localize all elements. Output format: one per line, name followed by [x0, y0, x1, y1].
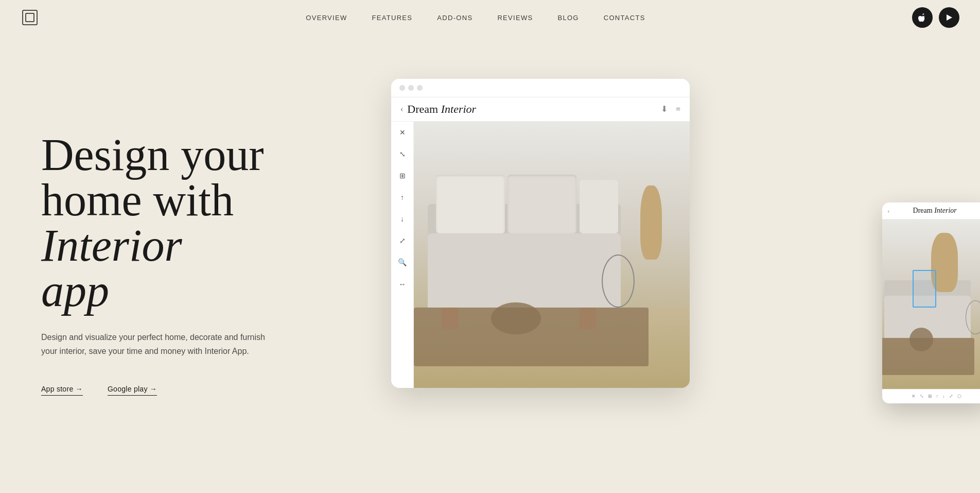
mini-tool-6[interactable]: ⤢	[949, 394, 953, 399]
nav-item-overview[interactable]: OVERVIEW	[306, 14, 347, 22]
small-toolbar: ✕ ⤡ ⊞ ↑ ↓ ⤢ ⬡	[882, 389, 980, 403]
small-app-header: ‹ Dream Interior ⬇	[882, 202, 980, 219]
sofa-cushion-3	[580, 180, 618, 233]
nav-item-blog[interactable]: BLOG	[557, 14, 579, 22]
small-back-icon[interactable]: ‹	[887, 207, 889, 215]
nav-links: OVERVIEW FEATURES ADD-ONS REVIEWS BLOG C…	[306, 13, 645, 22]
dot-3	[417, 85, 423, 91]
plant-vase	[640, 185, 662, 260]
app-mockup-container: ‹ Dream Interior ⬇ ≡ ✕ ⤡ ⊞ ↑	[391, 58, 980, 470]
app-body: ✕ ⤡ ⊞ ↑ ↓ ⤢ 🔍 ↔	[391, 122, 690, 388]
selection-box	[913, 270, 936, 307]
hero-content: Design your home with Interiorapp Design…	[0, 91, 391, 437]
sofa-leg-1	[442, 308, 458, 329]
nav-item-addons[interactable]: ADD-ONS	[437, 14, 472, 22]
mini-tool-7[interactable]: ⬡	[957, 394, 961, 399]
tool-expand[interactable]: ⤡	[396, 148, 409, 161]
navigation: OVERVIEW FEATURES ADD-ONS REVIEWS BLOG C…	[0, 0, 980, 35]
app-window-small: ‹ Dream Interior ⬇ ✕ ⤡ ⊞	[882, 202, 980, 403]
tool-down[interactable]: ↓	[396, 213, 409, 226]
menu-icon[interactable]: ≡	[676, 105, 680, 114]
small-ottoman	[909, 328, 933, 351]
download-icon[interactable]: ⬇	[661, 104, 668, 114]
svg-rect-0	[23, 10, 37, 25]
app-header-right: ⬇ ≡	[661, 104, 680, 114]
sofa-body	[428, 233, 621, 308]
play-icon	[946, 14, 953, 21]
nav-item-features[interactable]: FEATURES	[372, 14, 413, 22]
mini-tool-1[interactable]: ✕	[912, 394, 916, 399]
svg-rect-1	[26, 13, 34, 22]
hero-headline: Design your home with Interiorapp	[41, 132, 360, 314]
sofa-cushion-1	[436, 175, 505, 233]
mini-tool-5[interactable]: ↓	[942, 394, 945, 399]
hero-section: Design your home with Interiorapp Design…	[0, 0, 980, 493]
small-app-title: Dream Interior	[913, 207, 957, 215]
titlebar-dots	[399, 85, 423, 91]
nav-item-contacts[interactable]: CONTACTS	[604, 14, 645, 22]
mini-tool-2[interactable]: ⤡	[920, 394, 924, 399]
dot-1	[399, 85, 405, 91]
sofa-scene	[414, 122, 690, 388]
tool-grid[interactable]: ⊞	[396, 170, 409, 182]
app-titlebar	[391, 79, 690, 97]
app-header: ‹ Dream Interior ⬇ ≡	[391, 97, 690, 122]
app-title: Dream Interior	[407, 103, 476, 116]
tool-close[interactable]: ✕	[396, 127, 409, 139]
logo[interactable]	[21, 8, 39, 27]
apple-store-button[interactable]	[912, 7, 933, 28]
sofa-cushion-2	[507, 175, 576, 233]
appstore-link[interactable]: App store →	[41, 385, 83, 396]
tool-up[interactable]: ↑	[396, 192, 409, 204]
tool-link[interactable]: ⤢	[396, 235, 409, 247]
mini-tool-4[interactable]: ↑	[936, 394, 939, 399]
hero-cta-buttons: App store → Google play →	[41, 385, 360, 396]
google-play-button[interactable]	[939, 7, 959, 28]
back-arrow-icon[interactable]: ‹	[400, 105, 403, 114]
tool-zoom[interactable]: 🔍	[396, 257, 409, 269]
svg-marker-2	[947, 14, 952, 21]
side-table	[602, 254, 635, 308]
app-window-main: ‹ Dream Interior ⬇ ≡ ✕ ⤡ ⊞ ↑	[391, 79, 690, 388]
tool-resize[interactable]: ↔	[396, 278, 409, 291]
ottoman	[491, 302, 540, 334]
nav-item-reviews[interactable]: REVIEWS	[497, 14, 533, 22]
logo-icon	[21, 8, 39, 27]
app-canvas	[414, 122, 690, 388]
mini-tool-3[interactable]: ⊞	[928, 394, 932, 399]
nav-buttons	[912, 7, 959, 28]
small-app-canvas	[882, 219, 980, 389]
app-header-left: ‹ Dream Interior	[400, 103, 476, 116]
hero-description: Design and visualize your perfect home, …	[41, 330, 268, 358]
apple-icon	[918, 13, 926, 22]
app-toolbar: ✕ ⤡ ⊞ ↑ ↓ ⤢ 🔍 ↔	[391, 122, 414, 388]
dot-2	[408, 85, 414, 91]
sofa-leg-2	[580, 308, 596, 329]
googleplay-link[interactable]: Google play →	[108, 385, 157, 396]
